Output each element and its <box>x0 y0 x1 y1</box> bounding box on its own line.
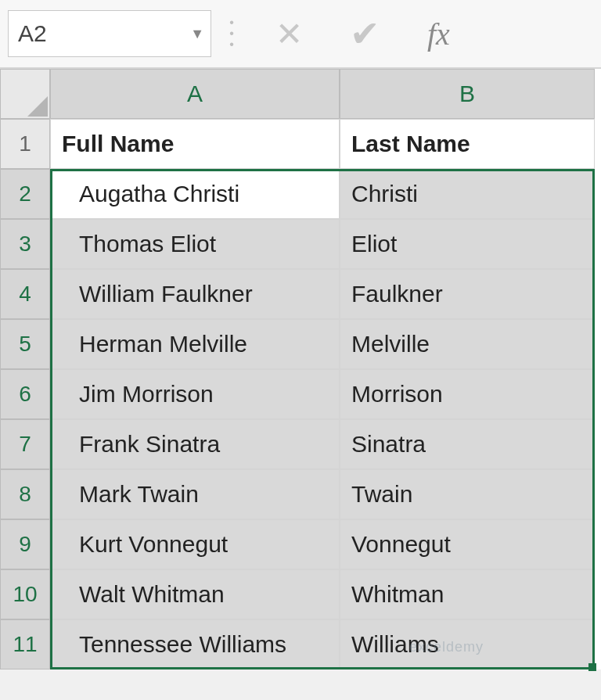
row-header-1[interactable]: 1 <box>0 119 50 169</box>
formula-bar: A2 ▼ ••• ✕ ✔ fx <box>0 0 601 69</box>
select-all-corner[interactable] <box>0 69 50 119</box>
row-header-8[interactable]: 8 <box>0 469 50 519</box>
enter-icon[interactable]: ✔ <box>350 13 380 55</box>
cell-B9[interactable]: Vonnegut <box>340 519 595 569</box>
row-header-5[interactable]: 5 <box>0 319 50 369</box>
cancel-icon[interactable]: ✕ <box>275 15 303 53</box>
cell-A9[interactable]: Kurt Vonnegut <box>50 519 340 569</box>
cell-B5[interactable]: Melville <box>340 319 595 369</box>
row-header-3[interactable]: 3 <box>0 219 50 269</box>
spreadsheet-grid[interactable]: A B 1 Full Name Last Name 2 Augatha Chri… <box>0 69 601 669</box>
cell-A1[interactable]: Full Name <box>50 119 340 169</box>
formula-bar-icons: ✕ ✔ fx <box>252 13 450 55</box>
cell-B3[interactable]: Eliot <box>340 219 595 269</box>
cell-A4[interactable]: William Faulkner <box>50 269 340 319</box>
cell-B2[interactable]: Christi <box>340 169 595 219</box>
cell-A8[interactable]: Mark Twain <box>50 469 340 519</box>
cell-A10[interactable]: Walt Whitman <box>50 569 340 619</box>
cell-B4[interactable]: Faulkner <box>340 269 595 319</box>
row-header-7[interactable]: 7 <box>0 419 50 469</box>
column-header-B[interactable]: B <box>340 69 595 119</box>
row-header-2[interactable]: 2 <box>0 169 50 219</box>
row-header-11[interactable]: 11 <box>0 619 50 669</box>
formula-bar-separator: ••• <box>221 20 243 47</box>
cell-A6[interactable]: Jim Morrison <box>50 369 340 419</box>
cell-A5[interactable]: Herman Melville <box>50 319 340 369</box>
row-header-10[interactable]: 10 <box>0 569 50 619</box>
name-box-value: A2 <box>18 20 47 47</box>
cell-A7[interactable]: Frank Sinatra <box>50 419 340 469</box>
cell-A11[interactable]: Tennessee Williams <box>50 619 340 669</box>
cell-B6[interactable]: Morrison <box>340 369 595 419</box>
cell-A3[interactable]: Thomas Eliot <box>50 219 340 269</box>
fx-icon[interactable]: fx <box>427 16 450 52</box>
cell-B7[interactable]: Sinatra <box>340 419 595 469</box>
cell-B1[interactable]: Last Name <box>340 119 595 169</box>
row-header-9[interactable]: 9 <box>0 519 50 569</box>
cell-B8[interactable]: Twain <box>340 469 595 519</box>
column-header-A[interactable]: A <box>50 69 340 119</box>
cell-B10[interactable]: Whitman <box>340 569 595 619</box>
row-header-6[interactable]: 6 <box>0 369 50 419</box>
row-header-4[interactable]: 4 <box>0 269 50 319</box>
name-box-dropdown-icon[interactable]: ▼ <box>190 26 204 42</box>
cell-A2[interactable]: Augatha Christi <box>50 169 340 219</box>
cell-B11[interactable]: Williams <box>340 619 595 669</box>
name-box[interactable]: A2 ▼ <box>8 10 211 57</box>
